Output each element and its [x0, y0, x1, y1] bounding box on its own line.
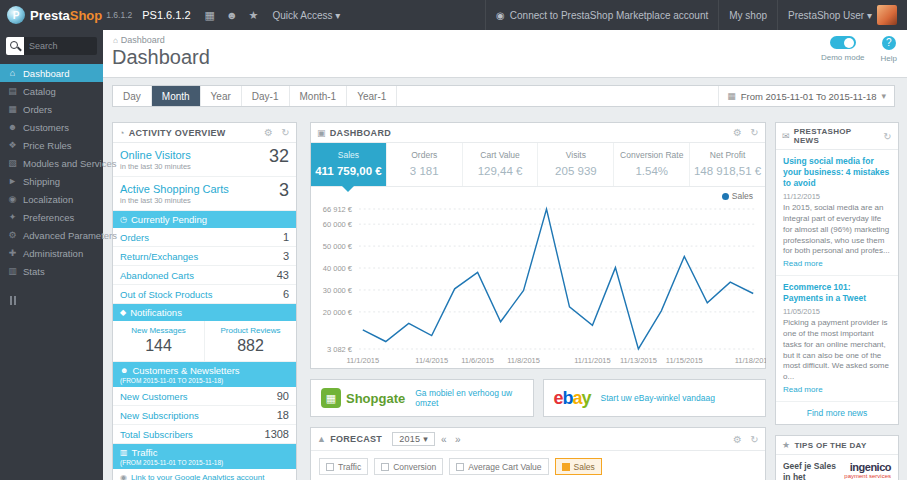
- my-shop-link[interactable]: My shop: [718, 0, 777, 30]
- activity-overview-panel: ◔ ACTIVITY OVERVIEW ⚙ ↻ 32 Online Visito…: [112, 122, 297, 480]
- sidebar-collapse-button[interactable]: [10, 296, 103, 305]
- chevron-down-icon: ▾: [881, 91, 886, 101]
- customers-newsletters-header: ☻Customers & Newsletters (FROM 2015-11-0…: [113, 362, 296, 387]
- kpi-sales[interactable]: Sales411 759,00 €: [311, 143, 387, 186]
- refresh-icon[interactable]: ↻: [750, 127, 759, 138]
- shipping-icon: ►: [7, 176, 18, 186]
- y-tick-label: 40 000 €: [323, 264, 352, 273]
- forecast-panel: ▲ FORECAST 2015 ▾ « » ⚙ ↻ Traffic Conver…: [310, 427, 766, 480]
- sidebar-item-advanced-parameters[interactable]: ⚙Advanced Parameters: [0, 226, 103, 244]
- search-input[interactable]: [24, 37, 97, 55]
- sidebar-item-customers[interactable]: ☻Customers: [0, 118, 103, 136]
- sidebar-item-price-rules[interactable]: ❖Price Rules: [0, 136, 103, 154]
- gear-icon[interactable]: ⚙: [733, 434, 742, 445]
- version-label: 1.6.1.2: [106, 10, 132, 20]
- tips-title: Geef je Sales in het buitenland een Boos…: [783, 461, 839, 480]
- refresh-icon[interactable]: ↻: [750, 434, 759, 445]
- forecast-panel-icon: ▲: [317, 434, 326, 444]
- preferences-icon: ✦: [7, 212, 18, 222]
- ebay-link[interactable]: Start uw eBay-winkel vandaag: [601, 393, 715, 403]
- gear-icon[interactable]: ⚙: [733, 127, 742, 138]
- sidebar-item-modules[interactable]: ▧Modules and Services: [0, 154, 103, 172]
- catalog-icon: ▤: [7, 86, 18, 96]
- date-filter-bar: Day Month Year Day-1 Month-1 Year-1 ▦ Fr…: [112, 85, 895, 107]
- forecast-metric-conversion[interactable]: Conversion: [374, 458, 443, 475]
- kpi-conversion-rate[interactable]: Conversion Rate1.54%: [614, 143, 690, 186]
- forecast-next-button[interactable]: »: [453, 434, 463, 445]
- y-tick-label: 30 000 €: [323, 286, 352, 295]
- forecast-prev-button[interactable]: «: [439, 434, 449, 445]
- trophy-icon[interactable]: ★: [249, 9, 259, 22]
- help-block: ? Help: [881, 36, 897, 63]
- filter-month-1-button[interactable]: Month-1: [290, 86, 348, 106]
- forecast-metric-sales[interactable]: Sales: [555, 458, 602, 475]
- shopgate-logo: ▦ Shopgate: [321, 388, 405, 408]
- activity-panel-title: ACTIVITY OVERVIEW: [129, 128, 226, 138]
- traffic-icon: ▥: [120, 448, 128, 457]
- x-tick-label: 11/13/2015: [620, 356, 657, 365]
- checkbox-icon: [562, 463, 570, 471]
- user-menu[interactable]: PrestaShop User ▾: [777, 0, 907, 30]
- filter-year-button[interactable]: Year: [201, 86, 242, 106]
- demo-mode-toggle[interactable]: [830, 36, 856, 49]
- news-article-title[interactable]: Using social media for your business: 4 …: [783, 156, 891, 189]
- sidebar-item-preferences[interactable]: ✦Preferences: [0, 208, 103, 226]
- product-reviews-cell[interactable]: Product Reviews 882: [205, 321, 296, 361]
- filter-day-button[interactable]: Day: [113, 86, 152, 106]
- chart-legend[interactable]: Sales: [722, 191, 753, 201]
- shopgate-link[interactable]: Ga mobiel en verhoog uw omzet: [415, 388, 522, 408]
- help-icon[interactable]: ?: [882, 36, 896, 50]
- shop-name-link[interactable]: PS1.6.1.2: [142, 9, 190, 21]
- forecast-metric-average-cart-value[interactable]: Average Cart Value: [449, 458, 548, 475]
- legend-dot-sales: [722, 193, 729, 200]
- news-panel-icon: ✉: [782, 131, 790, 141]
- sidebar-item-shipping[interactable]: ►Shipping: [0, 172, 103, 190]
- read-more-link[interactable]: Read more: [783, 385, 891, 394]
- sales-chart-area: Sales 66 912 €60 000 €50 000 €40 000 €30…: [311, 187, 765, 368]
- active-carts-link[interactable]: Active Shopping Carts: [120, 183, 289, 195]
- forecast-metric-traffic[interactable]: Traffic: [319, 458, 368, 475]
- tips-panel-title: TIPS OF THE DAY: [794, 441, 866, 450]
- news-article-title[interactable]: Ecommerce 101: Payments in a Tweet: [783, 282, 891, 304]
- new-messages-cell[interactable]: New Messages 144: [113, 321, 205, 361]
- advanced-parameters-icon: ⚙: [7, 230, 18, 240]
- find-more-news-link[interactable]: Find more news: [776, 402, 898, 424]
- sidebar-item-catalog[interactable]: ▤Catalog: [0, 82, 103, 100]
- quick-access-menu[interactable]: Quick Access ▾: [272, 10, 340, 21]
- news-article-excerpt: In 2015, social media are an integral pa…: [783, 203, 891, 257]
- pending-row-out-of-stock: Out of Stock Products6: [113, 285, 296, 304]
- date-range-picker[interactable]: ▦ From 2015-11-01 To 2015-11-18 ▾: [718, 86, 894, 106]
- forecast-year-select[interactable]: 2015 ▾: [392, 432, 435, 446]
- sidebar-item-stats[interactable]: ▥Stats: [0, 262, 103, 280]
- read-more-link[interactable]: Read more: [783, 259, 891, 268]
- filter-day-1-button[interactable]: Day-1: [242, 86, 290, 106]
- checkbox-icon: [381, 463, 389, 471]
- filter-month-button[interactable]: Month: [152, 86, 201, 106]
- sidebar-search: [6, 37, 97, 55]
- online-visitors-block: 32 Online Visitors in the last 30 minute…: [113, 143, 296, 177]
- sidebar-item-orders[interactable]: ▦Orders: [0, 100, 103, 118]
- pending-row-returns: Return/Exchanges3: [113, 247, 296, 266]
- y-tick-label: 66 912 €: [323, 205, 352, 214]
- person-icon[interactable]: ☻: [226, 9, 238, 21]
- gear-icon[interactable]: ⚙: [264, 127, 273, 138]
- filter-year-1-button[interactable]: Year-1: [347, 86, 397, 106]
- kpi-net-profit[interactable]: Net Profit148 918,51 €: [690, 143, 765, 186]
- sidebar-item-localization[interactable]: ◉Localization: [0, 190, 103, 208]
- demo-mode-block: Demo mode: [821, 36, 865, 63]
- kpi-orders[interactable]: Orders3 181: [387, 143, 463, 186]
- refresh-icon[interactable]: ↻: [281, 127, 290, 138]
- marketplace-connect-link[interactable]: ◉ Connect to PrestaShop Marketplace acco…: [485, 0, 718, 30]
- refresh-icon[interactable]: ↻: [883, 131, 892, 142]
- kpi-cart-value[interactable]: Cart Value129,44 €: [463, 143, 539, 186]
- forecast-panel-title: FORECAST: [330, 434, 382, 444]
- x-tick-label: 11/11/2015: [574, 356, 610, 365]
- kpi-visits[interactable]: Visits205 939: [538, 143, 614, 186]
- breadcrumb: ⌂ Dashboard: [103, 30, 907, 45]
- sidebar-item-dashboard[interactable]: ⌂Dashboard: [0, 64, 103, 82]
- cart-icon[interactable]: ▦: [205, 9, 215, 22]
- customers-row-new-subscriptions: New Subscriptions18: [113, 406, 296, 425]
- sidebar-item-administration[interactable]: ✚Administration: [0, 244, 103, 262]
- google-analytics-link[interactable]: ◉ Link to your Google Analytics account: [113, 469, 296, 480]
- online-visitors-link[interactable]: Online Visitors: [120, 149, 289, 161]
